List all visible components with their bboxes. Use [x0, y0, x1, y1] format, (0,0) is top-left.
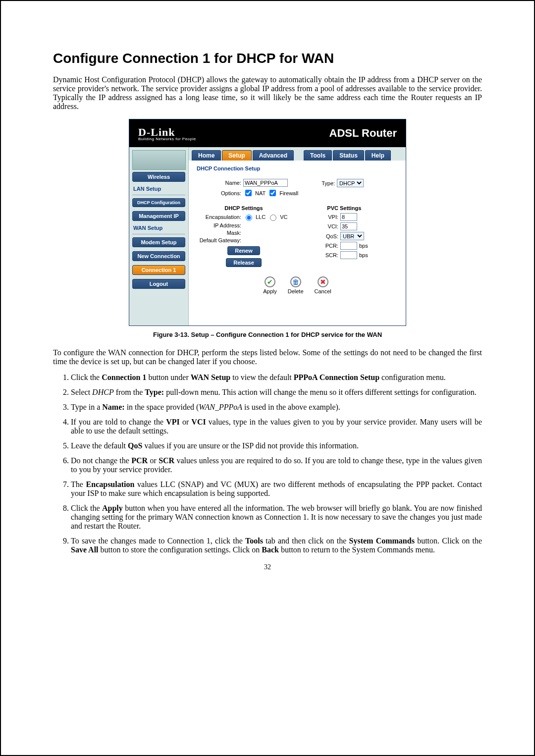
- router-title: ADSL Router: [329, 127, 397, 140]
- brand-logo: D-Link Building Networks for People: [138, 126, 196, 141]
- step-9: To save the changes made to Connection 1…: [71, 537, 482, 554]
- router-screenshot: D-Link Building Networks for People ADSL…: [53, 119, 482, 326]
- name-input[interactable]: [243, 179, 288, 187]
- llc-label: LLC: [256, 214, 266, 220]
- tab-status[interactable]: Status: [333, 150, 364, 161]
- mask-label: Mask:: [197, 230, 241, 236]
- sidebar-management-ip-button[interactable]: Management IP: [132, 211, 185, 221]
- step-6: Do not change the PCR or SCR values unle…: [71, 456, 482, 474]
- figure-caption: Figure 3-13. Setup – Configure Connectio…: [53, 331, 482, 338]
- close-icon: ✖: [318, 276, 328, 287]
- instructions-intro: To configure the WAN connection for DHCP…: [53, 348, 482, 366]
- scr-label: SCR:: [321, 252, 338, 258]
- tab-home[interactable]: Home: [192, 150, 221, 161]
- pcr-label: PCR:: [321, 243, 338, 249]
- pcr-input[interactable]: [340, 242, 357, 250]
- page-title: Configure Connection 1 for DHCP for WAN: [53, 51, 482, 66]
- product-image: [132, 150, 186, 170]
- scr-unit: bps: [359, 252, 368, 258]
- sidebar-wan-heading: WAN Setup: [133, 225, 185, 231]
- vc-label: VC: [280, 214, 287, 220]
- scr-input[interactable]: [340, 251, 357, 259]
- options-label: Options:: [197, 190, 241, 196]
- vci-label: VCI:: [321, 223, 338, 229]
- tab-setup[interactable]: Setup: [222, 150, 251, 161]
- apply-button[interactable]: ✔ Apply: [263, 276, 277, 294]
- step-8: Click the Apply button when you have ent…: [71, 504, 482, 531]
- panel-title: DHCP Connection Setup: [197, 165, 398, 171]
- trash-icon: 🗑: [290, 276, 301, 287]
- vci-input[interactable]: [340, 222, 357, 230]
- nat-label: NAT: [255, 190, 266, 196]
- type-select[interactable]: DHCP: [337, 179, 364, 187]
- step-5: Leave the default QoS values if you are …: [71, 441, 482, 450]
- step-3: Type in a Name: in the space provided (W…: [71, 403, 482, 412]
- intro-paragraph: Dynamic Host Configuration Protocol (DHC…: [53, 75, 482, 111]
- page-number: 32: [53, 563, 482, 571]
- tab-advanced[interactable]: Advanced: [253, 150, 294, 161]
- sidebar-logout-button[interactable]: Logout: [132, 279, 185, 289]
- pvc-settings-heading: PVC Settings: [321, 205, 368, 211]
- sidebar-lan-heading: LAN Setup: [133, 186, 185, 192]
- vc-radio[interactable]: [270, 215, 276, 221]
- pcr-unit: bps: [359, 243, 368, 249]
- llc-radio[interactable]: [246, 215, 252, 221]
- sidebar-dhcp-config-button[interactable]: DHCP Configuration: [132, 198, 185, 207]
- sidebar-modem-setup-button[interactable]: Modem Setup: [132, 237, 185, 247]
- sidebar-new-connection-button[interactable]: New Connection: [132, 251, 185, 261]
- release-button[interactable]: Release: [226, 258, 262, 267]
- type-label: Type:: [318, 180, 335, 186]
- sidebar-connection-1-button[interactable]: Connection 1: [132, 265, 185, 275]
- delete-button[interactable]: 🗑 Delete: [288, 276, 304, 294]
- qos-select[interactable]: UBR: [340, 232, 364, 240]
- dhcp-settings-heading: DHCP Settings: [197, 205, 291, 211]
- step-4: If you are told to change the VPI or VCI…: [71, 418, 482, 435]
- ip-address-label: IP Address:: [197, 222, 241, 228]
- encapsulation-label: Encapsulation:: [197, 214, 241, 220]
- name-label: Name:: [197, 180, 241, 186]
- default-gateway-label: Default Gateway:: [197, 237, 241, 243]
- vpi-input[interactable]: [340, 213, 357, 221]
- nat-checkbox[interactable]: [245, 190, 252, 196]
- vpi-label: VPI:: [321, 214, 338, 220]
- step-2: Select DHCP from the Type: pull-down men…: [71, 388, 482, 397]
- check-icon: ✔: [265, 276, 275, 287]
- step-1: Click the Connection 1 button under WAN …: [71, 373, 482, 382]
- qos-label: QoS:: [321, 233, 338, 239]
- cancel-button[interactable]: ✖ Cancel: [315, 276, 331, 294]
- steps-list: Click the Connection 1 button under WAN …: [71, 373, 482, 554]
- firewall-checkbox[interactable]: [269, 190, 276, 196]
- renew-button[interactable]: Renew: [227, 246, 260, 255]
- step-7: The Encapsulation values LLC (SNAP) and …: [71, 480, 482, 498]
- tab-tools[interactable]: Tools: [304, 150, 332, 161]
- sidebar-wireless-button[interactable]: Wireless: [132, 172, 185, 182]
- firewall-label: Firewall: [279, 190, 298, 196]
- tab-help[interactable]: Help: [365, 150, 391, 161]
